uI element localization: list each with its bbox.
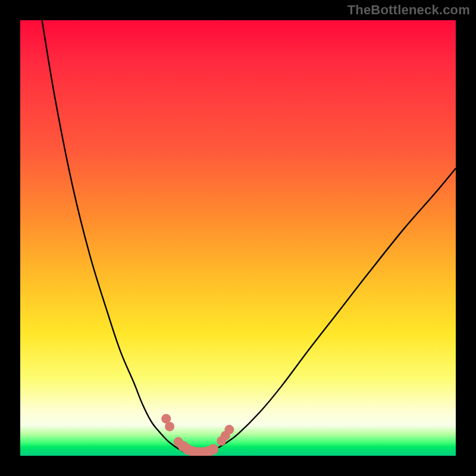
marker-dot (208, 444, 218, 455)
watermark-text: TheBottleneck.com (347, 2, 470, 18)
plot-area (20, 20, 456, 456)
marker-dot (224, 425, 234, 434)
curve-layer (20, 20, 456, 456)
marker-dot (165, 422, 174, 431)
chart-frame: TheBottleneck.com (0, 0, 476, 476)
right-curve-path (216, 168, 456, 449)
left-curve-path (42, 20, 181, 450)
marker-group (161, 414, 234, 456)
